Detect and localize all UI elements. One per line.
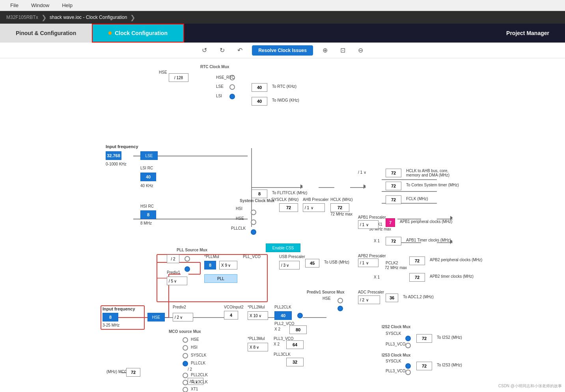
mco-pll3clk-circle[interactable] (183, 380, 188, 385)
apb2-periph-val: 72 (409, 256, 425, 265)
lse-freq-box[interactable]: 32.768 (106, 151, 121, 160)
undo-button[interactable]: ↺ (199, 45, 210, 56)
mco-sysclk-circle[interactable] (183, 353, 188, 359)
hsi-mhz-label: 8 MHz (140, 221, 152, 225)
i2s3-sysclk-circle[interactable] (405, 363, 411, 369)
resolve-clock-button[interactable]: Resolve Clock Issues (252, 45, 313, 56)
lsi-mux-label: LSI (216, 94, 222, 98)
hclk-bus-label: HCLK to AHB bus, core, memory and DMA (M… (406, 169, 453, 177)
menu-window[interactable]: Window (25, 1, 56, 10)
tab-clock[interactable]: Clock Configuration (92, 24, 184, 43)
cortex-timer-label: To Cortex System timer (MHz) (406, 183, 459, 187)
menu-bar: File Window Help (0, 0, 565, 11)
apb1-div-select[interactable]: / 1 ∨ (358, 220, 379, 229)
usb-div-select[interactable]: / 3 ∨ (279, 261, 300, 269)
pll3mul-select[interactable]: X 8 ∨ (248, 343, 268, 351)
prediv1-select[interactable]: / 5 ∨ (167, 277, 187, 285)
prediv2-label: Prediv2 (173, 305, 186, 309)
zoom-out-button[interactable]: ⊖ (355, 45, 366, 56)
ahb-div-select[interactable]: / 1 ∨ (303, 203, 325, 212)
hse-sys-circle[interactable] (251, 219, 256, 225)
fclk-val-box: 72 (386, 195, 401, 204)
vco-input2-box: 4 (224, 311, 238, 320)
mco-pll3clk-label: PLL3CLK (191, 380, 208, 384)
adc-prescaler-label: ADC Prescaler (358, 290, 384, 294)
lse-mux-label: LSE (216, 84, 224, 89)
mco-xt1-circle[interactable] (183, 387, 188, 392)
i2s2-mux-label: I2S2 Clock Mux (382, 325, 410, 329)
tab-indicator (108, 32, 112, 35)
mco-hsi-label: HSI (191, 345, 198, 349)
mco-hse-circle[interactable] (183, 337, 188, 343)
i2s2-pll3vco-label: PLL3_VCO (386, 342, 406, 346)
apb2-div-select[interactable]: / 1 ∨ (358, 258, 379, 267)
sysclk-box[interactable]: 72 (279, 203, 298, 212)
menu-help[interactable]: Help (56, 1, 79, 10)
breadcrumb-bar: M32F105RBTx ❯ shack wave.ioc - Clock Con… (0, 11, 565, 24)
tab-pinout[interactable]: Pinout & Configuration (0, 24, 92, 43)
pll2clk-circle[interactable] (297, 313, 303, 318)
pll2mul-select[interactable]: X 10 ∨ (248, 311, 268, 320)
mco-xt1-label: XT1 (191, 387, 198, 391)
pll-in-box: 8 (204, 261, 216, 269)
hse-rtc-mux-label: HSE_RTC (216, 75, 235, 80)
pllclk-sys-circle[interactable] (251, 229, 256, 235)
to-adc-label: To ADC1,2 (MHz) (403, 295, 434, 299)
lsi-box[interactable]: 40 (140, 173, 156, 181)
hse-rtc-label: HSE (159, 70, 167, 74)
apb1-prescaler-label: APB1 Prescaler (358, 215, 386, 219)
pll-hsi-circle[interactable] (185, 256, 190, 262)
lse-box: LSE (140, 151, 158, 160)
diagram-container: RTC Clock Mux / 128 HSE HSE_RTC LSE LSI … (3, 61, 453, 377)
pclk2-label: PCLK2 (386, 261, 398, 265)
mco-label: (MHz) MCO (106, 370, 127, 374)
hsi-box[interactable]: 8 (140, 210, 156, 219)
pll-vco-label: PLL_VCO (243, 255, 261, 259)
hsi-sys-circle[interactable] (251, 210, 256, 215)
iwdg-output-box: 40 (252, 97, 267, 106)
hclk-box[interactable]: 72 (330, 203, 349, 212)
hse-prediv1-circle[interactable] (338, 298, 343, 303)
mco-hsi-circle[interactable] (183, 345, 188, 351)
i2s2-out-box: 72 (416, 334, 432, 343)
hse-rtc-div-box: / 128 (169, 73, 188, 82)
mco-pll2clk-circle[interactable] (183, 373, 188, 378)
i2s3-pll3vco-circle[interactable] (405, 370, 411, 375)
apb1-x1-label: X 1 (374, 239, 380, 243)
i2s3-pll3vco-label: PLL3_VCO (386, 369, 406, 373)
breadcrumb-project[interactable]: shack wave.ioc - Clock Configuration (47, 15, 131, 20)
hse-bot-box: HSE (147, 313, 165, 321)
pll-div2-box: / 2 (167, 255, 179, 263)
pll3mul-label: *PLL3Mul (248, 336, 265, 341)
hse-freq-box[interactable]: 8 (103, 313, 118, 321)
reset-button[interactable]: ↶ (234, 45, 246, 56)
i2s2-sysclk-circle[interactable] (405, 336, 411, 341)
lse-mux-circle-2[interactable] (229, 84, 235, 90)
mco-pllclk-circle[interactable] (183, 361, 188, 366)
prediv2-select[interactable]: / 2 ∨ (173, 313, 193, 321)
main-content: RTC Clock Mux / 128 HSE HSE_RTC LSE LSI … (0, 58, 565, 392)
to-i2s3-label: To I2S3 (MHz) (437, 363, 462, 367)
fit-button[interactable]: ⊡ (337, 45, 349, 56)
pclk2-max-label: 72 MHz max (385, 266, 407, 270)
clock-diagram[interactable]: RTC Clock Mux / 128 HSE HSE_RTC LSE LSI … (0, 58, 565, 392)
apb2-timer-val: 72 (409, 273, 425, 282)
redo-button[interactable]: ↻ (216, 45, 228, 56)
lse-range-label: 0-1000 KHz (106, 162, 127, 166)
zoom-in-button[interactable]: ⊕ (319, 45, 331, 56)
pll-mul-select[interactable]: X 9 ∨ (219, 261, 237, 269)
breadcrumb-chip[interactable]: M32F105RBTx (3, 15, 41, 20)
enable-css-btn[interactable]: Enable CSS (266, 243, 300, 252)
mco-hse-label: HSE (191, 337, 199, 342)
pll-hse-circle[interactable] (185, 266, 190, 272)
prediv1-label: Prediv1 (167, 270, 180, 275)
rtc-output-box: 40 (252, 83, 267, 92)
tab-project[interactable]: Project Manager (490, 24, 565, 43)
i2s2-pll3vco-circle[interactable] (405, 343, 411, 348)
i2s3-out-box: 72 (416, 362, 432, 370)
menu-file[interactable]: File (4, 1, 25, 10)
lsi-mux-circle[interactable] (229, 94, 235, 99)
pll2clk-prediv1-circle[interactable] (338, 306, 343, 311)
adc-div-select[interactable]: / 2 ∨ (358, 295, 380, 304)
adc-val-box: 36 (386, 294, 398, 302)
